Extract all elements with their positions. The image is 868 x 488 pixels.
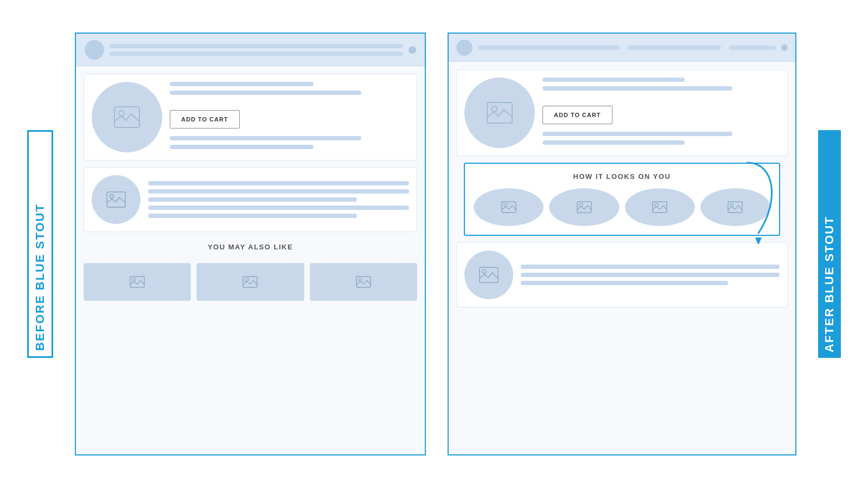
after-nav-line-3 — [729, 46, 776, 50]
svg-rect-0 — [114, 107, 139, 127]
after-product-card: ADD TO CART — [456, 69, 788, 156]
after-add-to-cart-button[interactable]: ADD TO CART — [542, 106, 612, 124]
after-detail-line-3 — [542, 132, 732, 136]
before-nav-lines — [110, 44, 403, 56]
before-secondary-lines — [148, 181, 409, 218]
before-product-image — [92, 82, 162, 152]
how-it-looks-section: HOW IT LOOKS ON YOU — [464, 163, 780, 236]
main-container: BEFORE BLUE STOUT — [27, 22, 841, 466]
sec-line-2 — [148, 189, 409, 194]
after-nav-line-1 — [478, 46, 620, 50]
detail-line-2 — [170, 91, 361, 95]
detail-line-3 — [170, 136, 361, 140]
how-it-thumb-4 — [700, 188, 770, 226]
svg-point-1 — [119, 111, 124, 116]
before-nav-dot — [409, 46, 416, 54]
sec-line-4 — [148, 206, 409, 210]
before-product-details: ADD TO CART — [170, 82, 409, 149]
svg-point-5 — [132, 278, 136, 281]
after-content-area: ADD TO CART HOW IT LOOKS ON YOU — [449, 62, 795, 315]
after-secondary-image — [464, 251, 513, 299]
after-nav-line-group — [478, 46, 776, 50]
after-detail-line-title — [542, 78, 685, 82]
detail-line-title — [170, 82, 314, 86]
before-nav-bar — [76, 34, 425, 66]
before-you-may-also-like: YOU MAY ALSO LIKE — [84, 239, 417, 255]
after-nav-bar — [449, 34, 795, 62]
how-it-thumb-3 — [625, 188, 695, 226]
sec-line-1 — [148, 181, 409, 185]
after-detail-line-2 — [542, 86, 732, 91]
before-add-to-cart-button[interactable]: ADD TO CART — [170, 110, 240, 129]
detail-line-4 — [170, 145, 314, 149]
after-sec-line-3 — [521, 281, 728, 285]
before-secondary-image — [92, 175, 141, 224]
how-it-looks-title: HOW IT LOOKS ON YOU — [474, 172, 770, 181]
before-nav-avatar — [85, 40, 104, 60]
how-it-thumb-2 — [549, 188, 619, 226]
nav-line-2 — [110, 52, 403, 56]
after-secondary-lines — [521, 265, 780, 285]
after-secondary-card — [456, 242, 788, 307]
svg-point-14 — [504, 203, 507, 207]
before-thumb-1 — [84, 263, 191, 301]
sec-line-3 — [148, 197, 357, 202]
svg-point-9 — [359, 278, 362, 281]
nav-line-1 — [110, 44, 403, 48]
svg-point-16 — [579, 203, 583, 207]
after-panel: ADD TO CART HOW IT LOOKS ON YOU — [448, 33, 796, 455]
svg-point-20 — [730, 203, 733, 207]
after-product-image — [464, 78, 535, 148]
after-panel-wrapper: ADD TO CART HOW IT LOOKS ON YOU — [448, 33, 796, 455]
after-nav-dot — [781, 44, 788, 51]
svg-point-12 — [492, 106, 497, 112]
after-nav-line-2 — [627, 46, 722, 50]
before-label: BEFORE BLUE STOUT — [27, 130, 53, 358]
how-it-thumb-1 — [474, 188, 544, 226]
before-thumbnails-row — [76, 263, 425, 301]
after-detail-line-4 — [542, 140, 685, 145]
before-product-card: ADD TO CART — [84, 74, 417, 160]
svg-point-22 — [483, 270, 487, 274]
how-it-looks-thumbnails — [474, 188, 770, 226]
svg-rect-2 — [107, 192, 125, 207]
after-sec-line-1 — [521, 265, 780, 269]
before-thumb-2 — [196, 263, 304, 301]
after-label: AFTER BLUE STOUT — [818, 130, 841, 358]
before-panel: ADD TO CART — [75, 33, 426, 455]
before-thumb-3 — [310, 263, 417, 301]
svg-rect-11 — [487, 102, 512, 123]
svg-point-7 — [245, 278, 248, 281]
svg-point-18 — [655, 203, 658, 207]
before-content-area: ADD TO CART — [76, 66, 425, 263]
after-nav-avatar — [456, 40, 473, 56]
after-sec-line-2 — [521, 273, 780, 277]
svg-point-3 — [110, 195, 114, 198]
after-product-details: ADD TO CART — [542, 78, 780, 145]
sec-line-5 — [148, 214, 357, 218]
svg-rect-21 — [480, 267, 498, 282]
before-secondary-card — [84, 167, 417, 232]
